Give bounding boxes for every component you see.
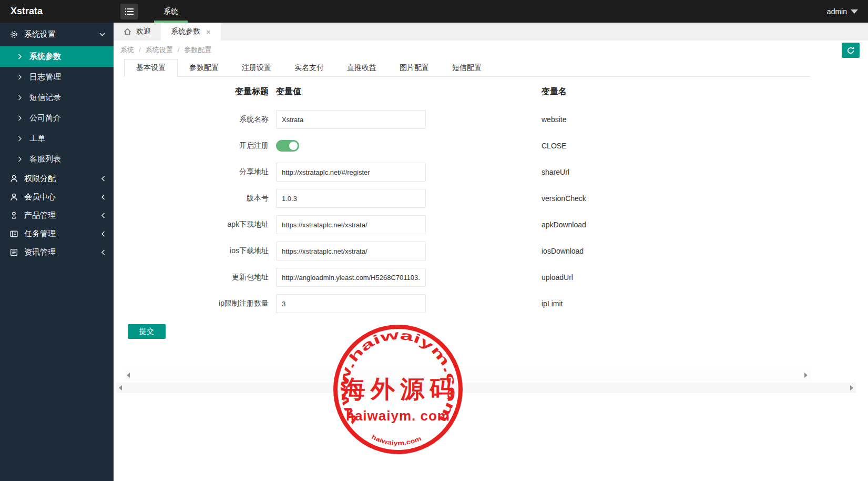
username-label: admin [827, 7, 847, 16]
tab-label: 系统参数 [171, 27, 200, 36]
sidebar-group-news-management[interactable]: 资讯管理 [0, 243, 114, 262]
website-input[interactable] [276, 110, 426, 129]
form-row-apk-download: apk下载地址 apkDownload [114, 212, 868, 238]
ios-download-input[interactable] [276, 242, 426, 260]
settings-tab-label: 直推收益 [347, 63, 376, 73]
sidebar-item-work-orders[interactable]: 工单 [0, 128, 114, 149]
apk-download-input[interactable] [276, 215, 426, 234]
settings-tab-label: 短信配置 [452, 63, 482, 73]
field-label: ip限制注册数量 [114, 299, 269, 308]
breadcrumb: 系统/系统设置/参数配置 [114, 41, 868, 59]
version-input[interactable] [276, 189, 426, 208]
menu-toggle-button[interactable] [120, 4, 138, 19]
refresh-button[interactable] [842, 43, 860, 58]
variable-name: shareUrl [542, 168, 868, 176]
variable-name: versionCheck [542, 194, 868, 203]
variable-name: website [542, 115, 868, 124]
sidebar-group-member-center[interactable]: 会员中心 [0, 188, 114, 206]
caret-down-icon [851, 9, 858, 14]
sidebar-group-product-management[interactable]: 产品管理 [0, 206, 114, 225]
chevron-right-icon [18, 74, 22, 80]
sidebar: 系统设置 系统参数 日志管理 短信记录 公司简介 工单 [0, 23, 114, 481]
outer-horizontal-scrollbar[interactable] [116, 383, 856, 393]
user-icon [9, 193, 18, 202]
app-root: Xstrata 系统 admin 系统设置 [0, 0, 868, 481]
settings-tab-images[interactable]: 图片配置 [388, 59, 441, 76]
chevron-right-icon [18, 54, 22, 59]
field-label: 版本号 [114, 194, 269, 203]
column-header-title: 变量标题 [114, 86, 269, 97]
settings-tab-basic[interactable]: 基本设置 [124, 59, 178, 77]
breadcrumb-item[interactable]: 系统设置 [146, 46, 173, 54]
settings-tab-label: 实名支付 [294, 63, 324, 73]
column-header-value: 变量值 [269, 86, 542, 97]
chevron-right-icon [18, 115, 22, 121]
scroll-right-icon[interactable] [850, 385, 853, 390]
topnav-item-label: 系统 [164, 7, 178, 16]
sidebar-group-label: 产品管理 [24, 211, 101, 221]
chevron-right-icon [18, 136, 22, 142]
field-label: 分享地址 [114, 167, 269, 177]
close-icon[interactable]: × [206, 27, 211, 36]
chevron-right-icon [18, 95, 22, 101]
tab-welcome[interactable]: 欢迎 [114, 23, 161, 41]
field-label: 开启注册 [114, 141, 269, 151]
settings-tab-sms[interactable]: 短信配置 [441, 59, 493, 76]
settings-tab-realname-pay[interactable]: 实名支付 [283, 59, 335, 76]
inner-horizontal-scrollbar[interactable] [124, 370, 810, 380]
field-label: apk下载地址 [114, 220, 269, 229]
variable-name: ipLimit [542, 299, 868, 308]
tasks-icon [9, 229, 18, 238]
sidebar-group-label: 系统设置 [24, 29, 99, 39]
chevron-right-icon [18, 156, 22, 162]
form-header-row: 变量标题 变量值 变量名 [114, 77, 868, 106]
settings-form: 变量标题 变量值 变量名 系统名称 website 开启注册 CLOSE 分享地… [114, 77, 868, 339]
chevron-left-icon [101, 176, 105, 182]
variable-name: apkDownload [542, 221, 868, 229]
scroll-left-icon[interactable] [127, 373, 130, 378]
topnav-item-system[interactable]: 系统 [154, 0, 188, 23]
field-label: 更新包地址 [114, 273, 269, 282]
submit-button[interactable]: 提交 [128, 324, 166, 339]
ip-limit-input[interactable] [276, 294, 426, 313]
settings-card: 基本设置 参数配置 注册设置 实名支付 直推收益 图片配置 短信配置 变量标题 … [114, 59, 868, 481]
breadcrumb-item[interactable]: 系统 [120, 46, 134, 54]
form-row-share-url: 分享地址 shareUrl [114, 159, 868, 185]
upload-url-input[interactable] [276, 268, 426, 287]
page-tabstrip: 欢迎 系统参数 × [114, 23, 868, 41]
column-header-name: 变量名 [542, 86, 868, 97]
form-row-ip-limit: ip限制注册数量 ipLimit [114, 290, 868, 317]
chevron-left-icon [101, 213, 105, 218]
sidebar-group-label: 权限分配 [24, 174, 101, 184]
settings-tabs: 基本设置 参数配置 注册设置 实名支付 直推收益 图片配置 短信配置 [124, 59, 810, 77]
scroll-right-icon[interactable] [804, 373, 808, 378]
sidebar-group-task-management[interactable]: 任务管理 [0, 225, 114, 243]
sidebar-group-permissions[interactable]: 权限分配 [0, 169, 114, 188]
active-nav-underline [154, 21, 188, 23]
variable-name: CLOSE [542, 142, 868, 150]
hamburger-icon [125, 8, 134, 15]
sidebar-item-company-profile[interactable]: 公司简介 [0, 108, 114, 128]
sidebar-item-log-management[interactable]: 日志管理 [0, 67, 114, 87]
settings-tab-register[interactable]: 注册设置 [230, 59, 283, 76]
sidebar-group-system-settings[interactable]: 系统设置 [0, 23, 114, 46]
sidebar-item-system-params[interactable]: 系统参数 [0, 46, 114, 67]
scroll-left-icon[interactable] [119, 385, 122, 390]
user-menu[interactable]: admin [827, 0, 858, 23]
sidebar-item-sms-records[interactable]: 短信记录 [0, 87, 114, 108]
tab-label: 欢迎 [136, 27, 151, 36]
settings-tab-label: 注册设置 [242, 63, 271, 73]
sidebar-item-customer-service-list[interactable]: 客服列表 [0, 149, 114, 169]
form-row-ios-download: ios下载地址 iosDownload [114, 238, 868, 264]
chevron-left-icon [101, 249, 105, 255]
settings-tab-params[interactable]: 参数配置 [178, 59, 230, 76]
settings-tab-referral-income[interactable]: 直推收益 [335, 59, 388, 76]
settings-tab-label: 基本设置 [136, 63, 166, 73]
sidebar-group-label: 资讯管理 [24, 247, 101, 257]
breadcrumb-item[interactable]: 参数配置 [184, 46, 211, 54]
breadcrumb-separator: / [139, 46, 141, 54]
share-url-input[interactable] [276, 163, 426, 182]
register-toggle[interactable] [276, 140, 299, 152]
chevron-left-icon [101, 194, 105, 200]
tab-system-params[interactable]: 系统参数 × [161, 23, 221, 41]
